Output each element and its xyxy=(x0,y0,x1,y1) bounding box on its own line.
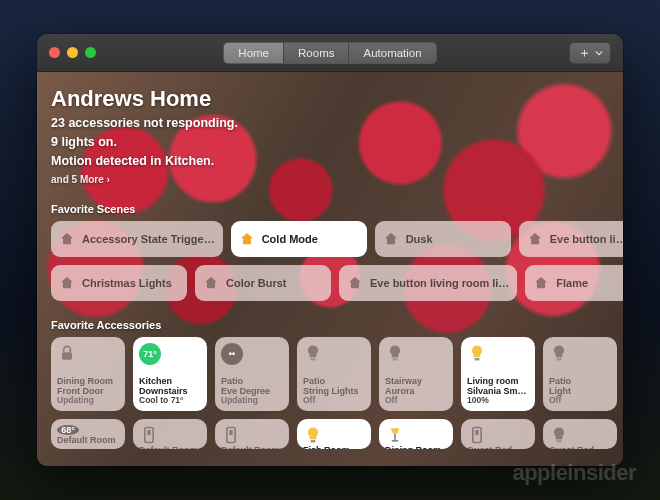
house-icon xyxy=(203,275,219,291)
accessory-room: Patio xyxy=(549,376,611,386)
tab-automation[interactable]: Automation xyxy=(349,43,435,63)
tab-bar: HomeRoomsAutomation xyxy=(223,42,436,64)
accessory-tile[interactable]: Dining Room xyxy=(379,419,453,449)
app-window: HomeRoomsAutomation ＋ Andrews Home 23 ac… xyxy=(37,34,623,466)
accessory-room: Guest Bed… xyxy=(467,445,529,449)
accessory-state: Off xyxy=(549,396,611,406)
svg-rect-8 xyxy=(229,430,232,435)
accessory-tile[interactable]: Guest Bed… xyxy=(461,419,535,449)
tab-home[interactable]: Home xyxy=(224,43,284,63)
accessory-state: Off xyxy=(385,396,447,406)
accessory-room: Dining Room xyxy=(385,445,447,449)
scene-label: Eve button li… xyxy=(550,233,623,245)
accessory-room: Default Room xyxy=(139,445,201,449)
home-title: Andrews Home xyxy=(51,86,609,112)
house-icon xyxy=(239,231,255,247)
svg-rect-6 xyxy=(147,430,150,435)
scene-label: Dusk xyxy=(406,233,433,245)
scene-tile[interactable]: Color Burst xyxy=(195,265,331,301)
content: Andrews Home 23 accessories not respondi… xyxy=(37,72,623,466)
accessory-room: Stairway xyxy=(385,376,447,386)
scene-label: Flame xyxy=(556,277,588,289)
scene-label: Cold Mode xyxy=(262,233,318,245)
accessory-tile[interactable]: 71°KitchenDownstairsCool to 71° xyxy=(133,337,207,411)
house-icon xyxy=(533,275,549,291)
house-icon xyxy=(527,231,543,247)
accessory-tile[interactable]: Default Room xyxy=(133,419,207,449)
scene-tile[interactable]: Eve button li… xyxy=(519,221,623,257)
svg-rect-11 xyxy=(392,440,399,442)
svg-rect-4 xyxy=(557,358,562,361)
scene-tile[interactable]: Accessory State Trigge… xyxy=(51,221,223,257)
lamp-icon xyxy=(385,425,405,445)
accessory-room: Kitchen xyxy=(139,376,201,386)
bulb-icon xyxy=(467,343,487,363)
house-icon xyxy=(347,275,363,291)
window-controls xyxy=(49,47,96,58)
svg-rect-9 xyxy=(311,440,316,443)
scene-tile[interactable]: Eve button living room li… xyxy=(339,265,517,301)
svg-rect-0 xyxy=(62,352,72,360)
chevron-down-icon xyxy=(595,49,603,57)
accessory-state: Updating xyxy=(221,396,283,406)
bulb-icon xyxy=(385,343,405,363)
scene-label: Accessory State Trigge… xyxy=(82,233,215,245)
lock-icon xyxy=(57,343,77,363)
status-more-link[interactable]: and 5 More › xyxy=(51,174,609,185)
scenes-label: Favorite Scenes xyxy=(51,203,609,215)
svg-rect-13 xyxy=(475,430,478,435)
accessory-tile[interactable]: 68°Default Room xyxy=(51,419,125,449)
house-icon xyxy=(59,231,75,247)
switch-icon xyxy=(467,425,487,445)
svg-rect-1 xyxy=(311,358,316,361)
house-icon xyxy=(383,231,399,247)
accessory-room: Living room xyxy=(467,376,529,386)
accessory-tile[interactable]: Fish Room xyxy=(297,419,371,449)
accessory-room: Guest Bed… xyxy=(549,445,611,449)
minimize-icon[interactable] xyxy=(67,47,78,58)
tab-rooms[interactable]: Rooms xyxy=(284,43,349,63)
accessory-state: 100% xyxy=(467,396,529,406)
svg-rect-14 xyxy=(557,440,562,443)
accessory-tile[interactable]: StairwayAuroraOff xyxy=(379,337,453,411)
thermostat-icon: 71° xyxy=(139,343,161,365)
scene-tile[interactable]: Cold Mode xyxy=(231,221,367,257)
accessory-tile[interactable]: PatioLightOff xyxy=(543,337,617,411)
add-button[interactable]: ＋ xyxy=(569,42,611,64)
house-icon xyxy=(59,275,75,291)
accessory-room: Patio xyxy=(303,376,365,386)
accessory-room: Dining Room xyxy=(57,376,119,386)
accessory-room: Fish Room xyxy=(303,445,365,449)
bulb-icon xyxy=(549,343,569,363)
zoom-icon[interactable] xyxy=(85,47,96,58)
thermostat-icon: 68° xyxy=(57,425,79,435)
switch-icon xyxy=(139,425,159,445)
accessory-state: Cool to 71° xyxy=(139,396,201,406)
status-summary: 23 accessories not responding.9 lights o… xyxy=(51,114,609,170)
accessory-state: Updating xyxy=(57,396,119,406)
bulb-icon xyxy=(303,343,323,363)
thermostat-icon: •• xyxy=(221,343,243,365)
accessory-room: Default Room xyxy=(221,445,283,449)
accessory-tile[interactable]: ••PatioEve DegreeUpdating xyxy=(215,337,289,411)
accessory-tile[interactable]: PatioString LightsOff xyxy=(297,337,371,411)
scene-label: Eve button living room li… xyxy=(370,277,509,289)
accessory-room: Patio xyxy=(221,376,283,386)
close-icon[interactable] xyxy=(49,47,60,58)
plus-icon: ＋ xyxy=(578,44,591,62)
scene-tile[interactable]: Christmas Lights xyxy=(51,265,187,301)
accessory-tile[interactable]: Guest Bed… xyxy=(543,419,617,449)
bulb-icon xyxy=(303,425,323,445)
accessory-room: Default Room xyxy=(57,435,119,445)
svg-rect-3 xyxy=(475,358,480,361)
accessory-tile[interactable]: Default Room xyxy=(215,419,289,449)
svg-rect-2 xyxy=(393,358,398,361)
bulb-icon xyxy=(549,425,569,445)
scene-tile[interactable]: Dusk xyxy=(375,221,511,257)
accessory-tile[interactable]: Dining RoomFront DoorUpdating xyxy=(51,337,125,411)
scene-tile[interactable]: Flame xyxy=(525,265,623,301)
scene-label: Christmas Lights xyxy=(82,277,172,289)
scene-label: Color Burst xyxy=(226,277,287,289)
svg-rect-10 xyxy=(394,434,396,441)
accessory-tile[interactable]: Living roomSilvania Sm…100% xyxy=(461,337,535,411)
